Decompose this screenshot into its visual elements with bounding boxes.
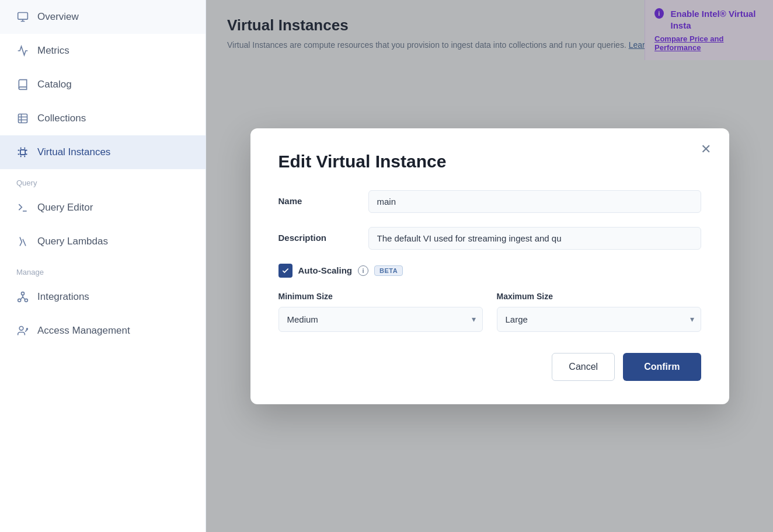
max-size-label: Maximum Size: [497, 292, 701, 301]
lambda-icon: [16, 235, 29, 248]
confirm-button[interactable]: Confirm: [623, 353, 701, 381]
book-icon: [16, 78, 29, 91]
chart-icon: [16, 44, 29, 57]
svg-rect-1: [19, 114, 27, 123]
autoscaling-label: Auto-Scaling: [298, 265, 353, 275]
max-size-group: Maximum Size XSmall Small Medium Large X…: [497, 292, 701, 332]
max-size-select-wrapper: XSmall Small Medium Large XLarge 2XLarge…: [497, 307, 701, 332]
beta-badge: BETA: [374, 265, 403, 276]
sidebar-item-access-management-label: Access Management: [37, 325, 130, 337]
sidebar-item-catalog[interactable]: Catalog: [0, 68, 206, 102]
min-size-label: Minimum Size: [278, 292, 483, 301]
name-input[interactable]: [368, 190, 701, 213]
sidebar-item-overview[interactable]: Overview: [0, 0, 206, 34]
monitor-icon: [16, 10, 29, 23]
main-content: Virtual Instances Virtual Instances are …: [206, 0, 773, 532]
sidebar: Overview Metrics Catalog Collections: [0, 0, 206, 532]
modal-close-button[interactable]: ✕: [697, 140, 715, 159]
sidebar-item-virtual-instances[interactable]: Virtual Instances: [0, 135, 206, 169]
terminal-icon: [16, 201, 29, 214]
svg-rect-0: [18, 13, 28, 20]
svg-point-7: [19, 327, 23, 331]
min-size-select-wrapper: XSmall Small Medium Large XLarge 2XLarge…: [278, 307, 483, 332]
integrations-icon: [16, 290, 29, 303]
autoscaling-row: Auto-Scaling i BETA: [278, 264, 701, 278]
size-row: Minimum Size XSmall Small Medium Large X…: [278, 292, 701, 332]
edit-virtual-instance-modal: ✕ Edit Virtual Instance Name Description: [250, 128, 729, 404]
description-label: Description: [278, 227, 354, 243]
min-size-select[interactable]: XSmall Small Medium Large XLarge 2XLarge: [278, 307, 483, 332]
manage-section-label: Manage: [0, 258, 206, 280]
name-form-group: Name: [278, 190, 701, 213]
cancel-button[interactable]: Cancel: [552, 353, 615, 381]
svg-rect-2: [20, 150, 25, 155]
chip-icon: [16, 146, 29, 159]
svg-point-4: [22, 292, 25, 295]
sidebar-item-metrics[interactable]: Metrics: [0, 34, 206, 68]
query-section-label: Query: [0, 169, 206, 191]
sidebar-item-overview-label: Overview: [37, 11, 79, 23]
sidebar-item-query-lambdas-label: Query Lambdas: [37, 236, 108, 247]
close-icon: ✕: [701, 142, 711, 157]
sidebar-item-integrations[interactable]: Integrations: [0, 280, 206, 314]
autoscaling-info-icon[interactable]: i: [358, 265, 368, 276]
description-input[interactable]: [368, 227, 701, 250]
name-label: Name: [278, 190, 354, 206]
svg-point-8: [27, 328, 28, 330]
access-icon: [16, 324, 29, 337]
autoscaling-checkbox[interactable]: [278, 264, 293, 278]
sidebar-item-collections[interactable]: Collections: [0, 102, 206, 135]
modal-footer: Cancel Confirm: [278, 353, 701, 381]
sidebar-item-integrations-label: Integrations: [37, 291, 89, 303]
sidebar-item-query-editor-label: Query Editor: [37, 202, 93, 214]
min-size-group: Minimum Size XSmall Small Medium Large X…: [278, 292, 483, 332]
sidebar-item-query-editor[interactable]: Query Editor: [0, 191, 206, 225]
modal-backdrop: ✕ Edit Virtual Instance Name Description: [206, 0, 773, 532]
description-form-group: Description: [278, 227, 701, 250]
sidebar-item-access-management[interactable]: Access Management: [0, 314, 206, 348]
sidebar-item-metrics-label: Metrics: [37, 45, 69, 57]
modal-title: Edit Virtual Instance: [278, 152, 701, 172]
table-icon: [16, 112, 29, 125]
sidebar-item-collections-label: Collections: [37, 113, 86, 124]
sidebar-item-virtual-instances-label: Virtual Instances: [37, 146, 110, 158]
sidebar-item-catalog-label: Catalog: [37, 79, 72, 90]
max-size-select[interactable]: XSmall Small Medium Large XLarge 2XLarge: [497, 307, 701, 332]
sidebar-item-query-lambdas[interactable]: Query Lambdas: [0, 225, 206, 258]
